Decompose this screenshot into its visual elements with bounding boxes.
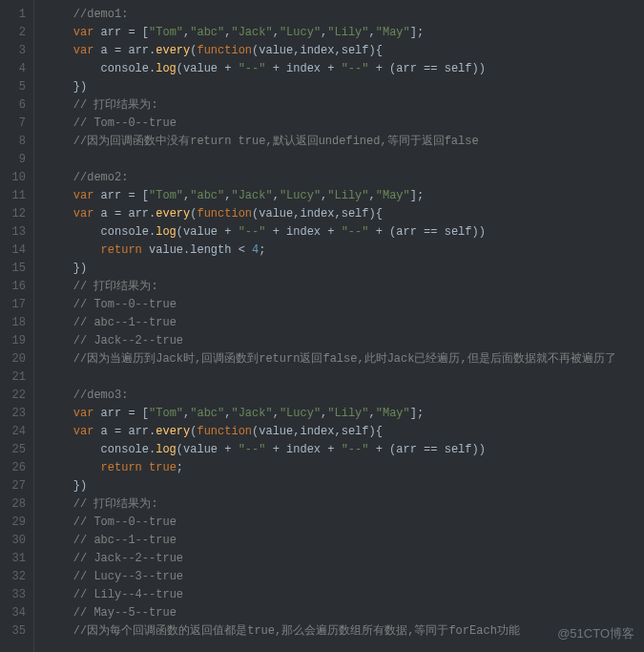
code-line[interactable]: }) xyxy=(46,260,616,278)
watermark: @51CTO博客 xyxy=(557,624,634,642)
code-line[interactable]: var arr = ["Tom","abc","Jack","Lucy","Li… xyxy=(46,187,616,205)
token-p: (value,index,self){ xyxy=(252,44,383,57)
token-cm: //demo1: xyxy=(73,8,129,21)
token-cm: // 打印结果为: xyxy=(73,98,158,112)
token-cm: //demo2: xyxy=(73,171,129,184)
token-kw: var xyxy=(73,26,94,39)
token-str: "Tom" xyxy=(149,407,183,420)
token-str: "abc" xyxy=(190,26,224,39)
code-line[interactable]: // 打印结果为: xyxy=(46,495,616,514)
token-p: ; xyxy=(259,243,265,257)
token-str: "Tom" xyxy=(149,26,183,39)
code-line[interactable]: // Lily--4--true xyxy=(46,586,616,604)
token-p: }) xyxy=(73,479,87,493)
code-line[interactable]: // Tom--0--true xyxy=(46,514,616,532)
token-cm: //因为当遍历到Jack时,回调函数到return返回false,此时Jack已… xyxy=(73,352,616,366)
code-line[interactable]: console.log(value + "--" + index + "--" … xyxy=(46,223,616,242)
token-fn: log xyxy=(156,225,177,239)
code-line[interactable]: return true; xyxy=(46,459,616,477)
token-kw: true xyxy=(149,461,177,474)
token-cm: // Lucy--3--true xyxy=(73,570,183,583)
line-number: 14 xyxy=(0,242,26,260)
code-line[interactable]: var a = arr.every(function(value,index,s… xyxy=(46,205,616,223)
token-str: "--" xyxy=(239,225,266,239)
line-number: 11 xyxy=(0,187,26,205)
code-line[interactable]: var a = arr.every(function(value,index,s… xyxy=(46,42,616,60)
token-fn: log xyxy=(156,62,177,75)
token-p: a = arr. xyxy=(93,44,156,57)
token-str: "--" xyxy=(239,443,266,456)
line-number: 1 xyxy=(0,6,26,24)
code-line[interactable]: // Lucy--3--true xyxy=(46,568,616,586)
token-p: , xyxy=(273,189,280,202)
token-kw: return xyxy=(101,461,142,474)
line-number: 28 xyxy=(0,495,26,514)
token-str: "Lily" xyxy=(327,407,368,420)
code-line[interactable]: return value.length < 4; xyxy=(46,242,616,260)
token-str: "abc" xyxy=(190,407,224,420)
line-number: 31 xyxy=(0,550,26,568)
code-line[interactable]: // May--5--true xyxy=(46,604,616,622)
code-line[interactable]: //因为每个回调函数的返回值都是true,那么会遍历数组所有数据,等同于forE… xyxy=(46,622,616,641)
code-line[interactable]: //demo2: xyxy=(46,169,616,187)
token-str: "May" xyxy=(376,407,410,420)
token-str: "Lily" xyxy=(327,189,368,202)
code-line[interactable]: var arr = ["Tom","abc","Jack","Lucy","Li… xyxy=(46,405,616,423)
token-p: arr = [ xyxy=(93,189,149,202)
line-number: 10 xyxy=(0,169,26,187)
token-cm: // Lily--4--true xyxy=(73,588,183,601)
token-cm: // abc--1--true xyxy=(73,534,177,547)
token-cm: // Tom--0--true xyxy=(73,298,177,311)
line-number: 15 xyxy=(0,260,26,278)
token-str: "Jack" xyxy=(231,26,272,39)
token-p: (value,index,self){ xyxy=(252,425,383,438)
line-number: 5 xyxy=(0,78,26,96)
code-line[interactable]: }) xyxy=(46,78,616,96)
token-kw: var xyxy=(73,425,94,438)
code-line[interactable]: //因为回调函数中没有return true,默认返回undefined,等同于… xyxy=(46,133,616,151)
code-line[interactable]: // 打印结果为: xyxy=(46,278,616,296)
token-p xyxy=(142,461,149,474)
line-number: 4 xyxy=(0,60,26,78)
code-line[interactable]: // abc--1--true xyxy=(46,314,616,332)
code-line[interactable]: console.log(value + "--" + index + "--" … xyxy=(46,441,616,459)
line-number: 35 xyxy=(0,622,26,641)
code-line[interactable]: var arr = ["Tom","abc","Jack","Lucy","Li… xyxy=(46,24,616,42)
code-line[interactable]: //demo1: xyxy=(46,6,616,24)
token-p: + (arr == self)) xyxy=(368,443,485,456)
code-line[interactable]: //因为当遍历到Jack时,回调函数到return返回false,此时Jack已… xyxy=(46,350,616,368)
token-fn: every xyxy=(156,207,190,221)
token-p: arr = [ xyxy=(93,407,149,420)
token-kw: function xyxy=(197,44,252,57)
token-p: a = arr. xyxy=(93,425,156,438)
code-line[interactable]: // Tom--0--true xyxy=(46,115,616,133)
code-line[interactable] xyxy=(46,368,616,387)
code-line[interactable]: //demo3: xyxy=(46,387,616,405)
code-line[interactable] xyxy=(46,151,616,169)
token-p: ]; xyxy=(410,189,424,202)
code-line[interactable]: // Jack--2--true xyxy=(46,332,616,350)
token-cm: // Tom--0--true xyxy=(73,515,177,529)
line-number: 20 xyxy=(0,350,26,368)
code-line[interactable]: }) xyxy=(46,477,616,495)
line-number: 8 xyxy=(0,133,26,151)
code-line[interactable]: var a = arr.every(function(value,index,s… xyxy=(46,423,616,441)
token-p: + index + xyxy=(265,225,341,239)
code-line[interactable]: // abc--1--true xyxy=(46,532,616,550)
code-area[interactable]: //demo1: var arr = ["Tom","abc","Jack","… xyxy=(34,0,616,652)
code-line[interactable]: // Tom--0--true xyxy=(46,296,616,314)
code-editor: 1234567891011121314151617181920212223242… xyxy=(0,0,644,652)
token-p: (value + xyxy=(177,225,239,239)
code-line[interactable]: console.log(value + "--" + index + "--" … xyxy=(46,60,616,78)
code-line[interactable]: // 打印结果为: xyxy=(46,96,616,115)
line-number: 7 xyxy=(0,115,26,133)
line-number: 30 xyxy=(0,532,26,550)
code-line[interactable]: // Jack--2--true xyxy=(46,550,616,568)
line-number: 32 xyxy=(0,568,26,586)
token-str: "Jack" xyxy=(231,407,272,420)
token-str: "Jack" xyxy=(231,189,272,202)
token-kw: return xyxy=(101,243,142,257)
token-p: }) xyxy=(73,80,87,94)
token-str: "abc" xyxy=(190,189,224,202)
token-cm: // 打印结果为: xyxy=(73,280,158,293)
